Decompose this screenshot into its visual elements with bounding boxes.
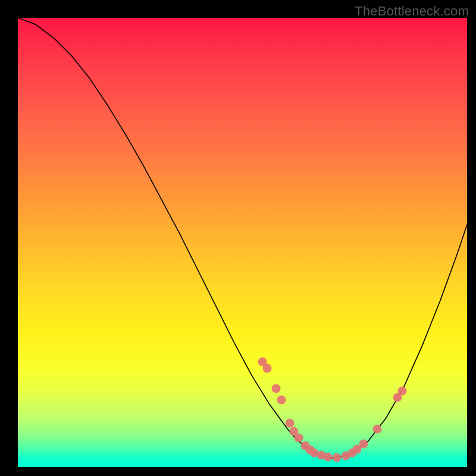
watermark-text: TheBottleneck.com xyxy=(355,4,469,19)
data-point xyxy=(263,364,272,372)
data-points-layer xyxy=(18,18,467,467)
data-point xyxy=(333,453,342,462)
data-point xyxy=(277,395,286,404)
plot-area xyxy=(18,18,467,467)
data-point xyxy=(359,439,368,448)
data-point xyxy=(397,386,406,395)
data-point xyxy=(323,453,332,462)
data-point xyxy=(294,433,303,442)
data-point xyxy=(272,384,281,393)
data-point xyxy=(373,424,382,433)
